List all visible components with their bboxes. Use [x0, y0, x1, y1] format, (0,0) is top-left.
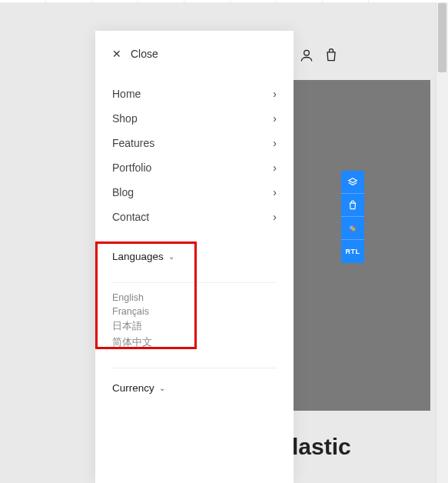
language-option-chinese[interactable]: 简体中文	[112, 335, 277, 351]
language-list: English Français 日本語 简体中文	[95, 283, 294, 355]
vertical-scrollbar[interactable]	[436, 3, 448, 483]
chevron-down-icon: ⌄	[168, 252, 174, 261]
chevron-right-icon: ›	[273, 186, 277, 198]
account-icon[interactable]	[299, 48, 314, 63]
chevron-right-icon: ›	[273, 88, 277, 100]
nav-item-shop[interactable]: Shop ›	[112, 106, 277, 131]
hero-word-fragment: lastic	[292, 434, 351, 460]
bag-icon[interactable]	[324, 48, 339, 63]
toolbar-layers-button[interactable]	[341, 171, 364, 194]
nav-item-home[interactable]: Home ›	[112, 82, 277, 106]
language-option-english[interactable]: English	[112, 291, 277, 305]
nav-item-features[interactable]: Features ›	[112, 131, 277, 155]
nav-list: Home › Shop › Features › Portfolio › Blo…	[95, 74, 294, 237]
nav-item-blog[interactable]: Blog ›	[112, 180, 277, 205]
chevron-right-icon: ›	[273, 112, 277, 125]
rtl-label: RTL	[346, 248, 360, 255]
nav-label: Features	[112, 137, 154, 149]
svg-marker-1	[349, 178, 357, 182]
nav-label: Blog	[112, 186, 134, 198]
toolbar-rtl-button[interactable]: RTL	[341, 240, 364, 263]
toolbar-cart-button[interactable]	[341, 194, 364, 217]
nav-item-contact[interactable]: Contact ›	[112, 205, 277, 229]
currency-label: Currency	[112, 382, 154, 394]
toolbar-color-button[interactable]	[341, 217, 364, 240]
languages-toggle[interactable]: Languages ⌄	[112, 251, 277, 262]
svg-point-4	[352, 227, 356, 231]
close-icon[interactable]: ✕	[112, 48, 121, 60]
chevron-right-icon: ›	[273, 137, 277, 149]
demo-side-toolbar: RTL	[341, 171, 364, 263]
nav-label: Home	[112, 88, 141, 100]
mobile-menu-drawer: ✕ Close Home › Shop › Features › Portfol…	[95, 31, 294, 483]
close-button[interactable]: Close	[131, 48, 158, 60]
nav-label: Portfolio	[112, 162, 151, 174]
nav-label: Contact	[112, 211, 149, 223]
chevron-right-icon: ›	[273, 211, 277, 223]
nav-label: Shop	[112, 112, 138, 125]
currency-toggle[interactable]: Currency ⌄	[112, 382, 277, 394]
nav-item-portfolio[interactable]: Portfolio ›	[112, 155, 277, 180]
svg-point-0	[304, 50, 310, 55]
chevron-right-icon: ›	[273, 162, 277, 174]
language-option-francais[interactable]: Français	[112, 305, 277, 318]
chevron-down-icon: ⌄	[159, 384, 165, 392]
language-option-japanese[interactable]: 日本語	[112, 318, 277, 335]
languages-label: Languages	[112, 251, 164, 262]
scrollbar-thumb[interactable]	[438, 3, 446, 72]
